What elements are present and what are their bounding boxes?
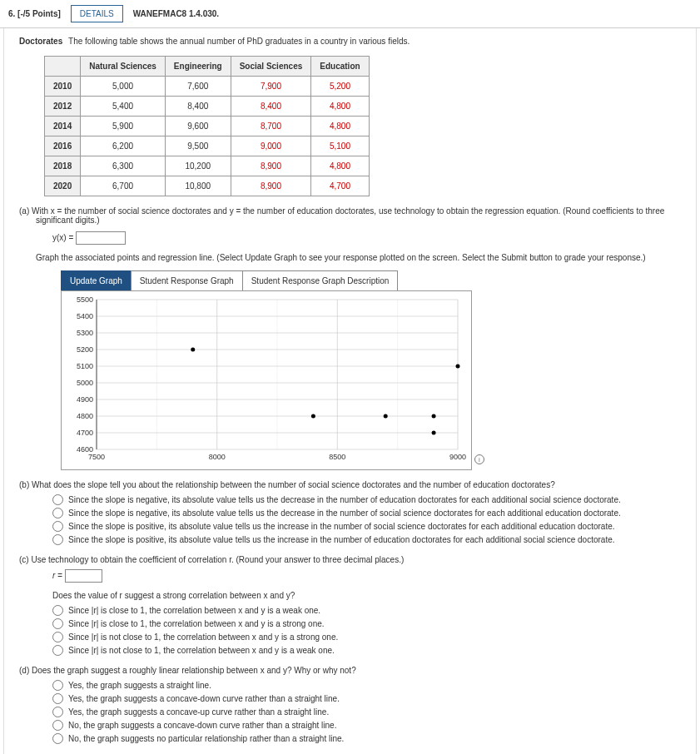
question-body: Doctorates The following table shows the…	[3, 28, 697, 754]
info-icon[interactable]: i	[474, 454, 484, 464]
option-label: Since the slope is positive, its absolut…	[68, 522, 615, 531]
scatter-point	[432, 431, 436, 435]
part-c-label: (c)	[19, 555, 29, 564]
scatter-point	[384, 414, 388, 419]
option-radio[interactable]	[52, 508, 63, 518]
svg-text:5300: 5300	[77, 329, 93, 337]
data-cell: 10,800	[165, 176, 231, 196]
option-radio[interactable]	[52, 733, 63, 744]
part-d: (d) Does the graph suggest a roughly lin…	[19, 666, 681, 744]
data-cell: 6,700	[81, 176, 166, 196]
svg-text:8000: 8000	[209, 453, 226, 461]
scatter-point	[311, 414, 315, 419]
option-row: Since |r| is not close to 1, the correla…	[52, 645, 681, 656]
r-label: r =	[52, 571, 65, 580]
option-label: No, the graph suggests a concave-down cu…	[68, 721, 336, 730]
option-radio[interactable]	[52, 521, 63, 532]
question-number: 6. [-/5 Points]	[8, 9, 61, 18]
option-radio[interactable]	[52, 632, 63, 642]
option-row: Since |r| is close to 1, the correlation…	[52, 618, 681, 629]
scatter-plot: 4600470048004900500051005200530054005500…	[67, 296, 466, 463]
data-cell: 4,800	[311, 117, 369, 136]
option-radio[interactable]	[52, 618, 63, 629]
year-cell: 2010	[45, 77, 81, 97]
year-cell: 2020	[45, 176, 81, 196]
table-header: Engineering	[165, 57, 231, 77]
option-row: Yes, the graph suggests a straight line.	[52, 680, 681, 691]
option-row: Yes, the graph suggests a concave-down c…	[52, 693, 681, 704]
option-radio[interactable]	[52, 645, 63, 656]
option-radio[interactable]	[52, 605, 63, 616]
option-radio[interactable]	[52, 534, 63, 545]
graph-canvas: 4600470048004900500051005200530054005500…	[61, 290, 472, 470]
data-cell: 7,600	[165, 77, 231, 97]
option-radio[interactable]	[52, 707, 63, 717]
table-row: 20186,30010,2008,9004,800	[45, 156, 370, 176]
data-cell: 10,200	[165, 156, 231, 176]
graph-instructions: Graph the associated points and regressi…	[36, 253, 681, 262]
data-cell: 8,700	[231, 117, 311, 136]
data-cell: 7,900	[231, 77, 311, 97]
option-radio[interactable]	[52, 680, 63, 691]
data-cell: 4,800	[311, 97, 369, 117]
data-table: Natural SciencesEngineeringSocial Scienc…	[44, 56, 370, 196]
svg-text:4700: 4700	[77, 429, 93, 437]
table-header: Education	[311, 57, 369, 77]
data-cell: 9,000	[231, 136, 311, 156]
data-cell: 9,600	[165, 117, 231, 136]
scatter-point	[432, 414, 436, 419]
table-header	[45, 57, 81, 77]
svg-text:8500: 8500	[329, 453, 345, 461]
option-radio[interactable]	[52, 494, 63, 505]
option-label: Since |r| is close to 1, the correlation…	[68, 619, 325, 628]
tab-graph-description[interactable]: Student Response Graph Description	[242, 270, 399, 291]
option-label: Since the slope is negative, its absolut…	[68, 495, 621, 504]
option-row: Since the slope is negative, its absolut…	[52, 508, 681, 518]
data-cell: 5,000	[81, 77, 166, 97]
year-cell: 2018	[45, 156, 81, 176]
part-c-subq: Does the value of r suggest a strong cor…	[52, 591, 681, 600]
part-c: (c) Use technology to obtain the coeffic…	[19, 555, 681, 656]
yx-input[interactable]	[76, 231, 126, 245]
year-cell: 2014	[45, 117, 81, 136]
option-row: Since the slope is positive, its absolut…	[52, 521, 681, 532]
table-header: Social Sciences	[231, 57, 311, 77]
part-c-text: Use technology to obtain the coefficient…	[31, 555, 404, 564]
table-header: Natural Sciences	[81, 57, 166, 77]
data-cell: 4,800	[311, 156, 369, 176]
svg-text:4800: 4800	[77, 412, 93, 420]
table-row: 20206,70010,8008,9004,700	[45, 176, 370, 196]
data-cell: 6,200	[81, 136, 166, 156]
option-row: No, the graph suggests a concave-down cu…	[52, 720, 681, 731]
option-label: No, the graph suggests no particular rel…	[68, 734, 344, 743]
year-cell: 2012	[45, 97, 81, 117]
svg-text:4900: 4900	[77, 395, 93, 404]
option-label: Since the slope is positive, its absolut…	[68, 535, 615, 544]
tab-student-response[interactable]: Student Response Graph	[131, 270, 243, 291]
option-radio[interactable]	[52, 693, 63, 704]
update-graph-button[interactable]: Update Graph	[61, 270, 132, 291]
graph-tabs: Update Graph Student Response Graph Stud…	[61, 270, 681, 291]
part-a-label: (a)	[19, 206, 29, 216]
r-input[interactable]	[65, 569, 102, 583]
question-header: 6. [-/5 Points] DETAILS WANEFMAC8 1.4.03…	[0, 0, 700, 28]
option-label: Yes, the graph suggests a concave-up cur…	[68, 707, 329, 717]
yx-row: y(x) =	[52, 231, 681, 245]
svg-text:9000: 9000	[449, 453, 466, 461]
details-button[interactable]: DETAILS	[71, 5, 123, 22]
svg-text:5000: 5000	[77, 379, 93, 387]
part-b: (b) What does the slope tell you about t…	[19, 480, 681, 545]
data-cell: 4,700	[311, 176, 369, 196]
intro: Doctorates The following table shows the…	[19, 37, 681, 46]
option-label: Since |r| is not close to 1, the correla…	[68, 646, 335, 655]
table-row: 20145,9009,6008,7004,800	[45, 117, 370, 136]
table-row: 20166,2009,5009,0005,100	[45, 136, 370, 156]
intro-title: Doctorates	[19, 37, 62, 46]
part-b-label: (b)	[19, 480, 29, 489]
yx-label: y(x) =	[52, 233, 76, 242]
part-d-text: Does the graph suggest a roughly linear …	[32, 666, 356, 675]
option-row: Yes, the graph suggests a concave-up cur…	[52, 707, 681, 717]
option-row: Since |r| is not close to 1, the correla…	[52, 632, 681, 642]
data-cell: 5,400	[81, 97, 166, 117]
option-radio[interactable]	[52, 720, 63, 731]
